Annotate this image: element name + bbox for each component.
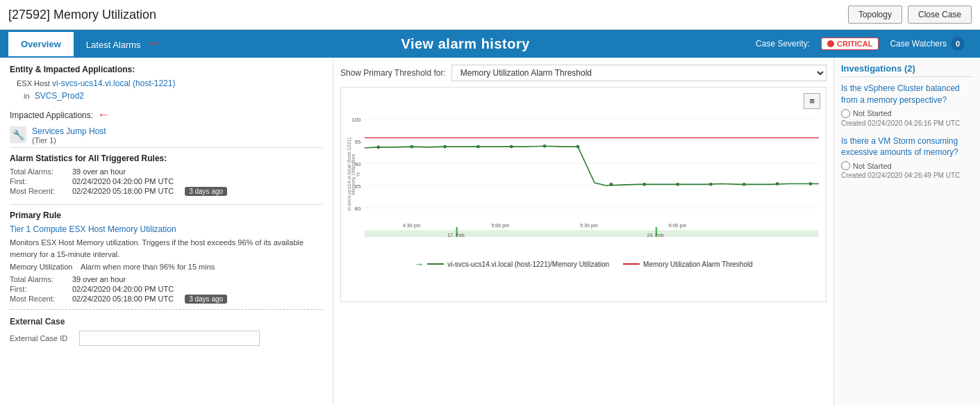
topology-button[interactable]: Topology — [848, 6, 902, 24]
legend-item-threshold: Memory Utilization Alarm Threshold — [623, 261, 753, 268]
app-link[interactable]: Services Jump Host — [32, 126, 106, 136]
esx-host-row: ESX Host vi-svcs-ucs14.vi.local (host-12… — [17, 78, 323, 88]
svg-text:17. Feb: 17. Feb — [447, 233, 464, 238]
investigation-link-1[interactable]: Is there a VM Storm consuming excessive … — [841, 135, 973, 159]
svg-point-25 — [609, 183, 613, 186]
impacted-apps-row: Impacted Applications: ← — [10, 108, 323, 122]
ext-case-id-label: External Case ID — [10, 334, 72, 342]
svg-rect-32 — [365, 231, 819, 238]
inv-radio-input-1[interactable] — [841, 161, 850, 170]
chart-svg: 100 95 90 85 80 vi-svcs-ucs14.vi.local (… — [345, 94, 822, 254]
latest-alarms-arrow: ← — [147, 34, 163, 51]
days-ago-badge2: 3 days ago — [185, 295, 227, 304]
inv-date-1: Created 02/24/2020 04:26:49 PM UTC — [841, 172, 973, 179]
svcs-link[interactable]: SVCS_Prod2 — [35, 91, 84, 101]
most-recent-row: Most Recent: 02/24/2020 05:18:00 PM UTC … — [10, 187, 323, 196]
impacted-app-item: 🔧 Services Jump Host (Tier 1) — [10, 126, 323, 144]
rule-stats: Total Alarms: 39 over an hour First: 02/… — [10, 275, 323, 304]
right-panel: Investigations (2) Is the vSphere Cluste… — [834, 58, 980, 405]
svg-point-28 — [709, 183, 713, 186]
severity-value: CRITICAL — [837, 40, 872, 48]
svg-point-27 — [676, 183, 679, 186]
total-alarms-row: Total Alarms: 39 over an hour — [10, 167, 323, 176]
primary-rule-link[interactable]: Tier 1 Compute ESX Host Memory Utilizati… — [10, 224, 176, 234]
svg-point-18 — [376, 146, 380, 149]
tab-overview[interactable]: Overview — [8, 32, 74, 56]
total-alarms-row2: Total Alarms: 39 over an hour — [10, 275, 323, 283]
svg-point-21 — [476, 145, 480, 149]
arrow-left-legend-icon: → — [414, 258, 424, 270]
entity-block: Entity & Impacted Applications: ESX Host… — [10, 65, 323, 101]
svg-point-22 — [510, 145, 513, 149]
legend-utilization-label: vi-svcs-ucs14.vi.local (host-1221)/Memor… — [447, 261, 609, 268]
svg-text:%: % — [356, 172, 361, 176]
svg-text:100: 100 — [351, 117, 361, 123]
case-info: Case Severity: CRITICAL Case Watchers 0 — [756, 37, 965, 51]
ext-case-id-input[interactable] — [79, 331, 260, 346]
watchers-label: Case Watchers — [890, 39, 947, 49]
investigation-item-0: Is the vSphere Cluster balanced from a m… — [841, 83, 973, 127]
investigation-link-0[interactable]: Is the vSphere Cluster balanced from a m… — [841, 83, 973, 106]
tab-bar: Overview Latest Alarms ← View alarm hist… — [0, 30, 980, 58]
svg-text:6:00 pm: 6:00 pm — [669, 223, 687, 229]
app-icon: 🔧 — [10, 126, 26, 143]
svg-text:5:30 pm: 5:30 pm — [580, 223, 598, 229]
svg-point-26 — [642, 183, 646, 186]
inv-radio-1: Not Started — [841, 161, 973, 170]
chart-menu-button[interactable]: ≡ — [804, 93, 820, 109]
svcs-row: in SVCS_Prod2 — [24, 91, 323, 101]
inv-radio-input-0[interactable] — [841, 109, 850, 118]
chart-container: ≡ 100 95 90 85 80 vi-svcs-ucs14.vi.local… — [340, 87, 827, 302]
app-tier: (Tier 1) — [32, 136, 106, 144]
entity-section-title: Entity & Impacted Applications: — [10, 65, 323, 74]
rule-description: Monitors ESX Host Memory utilization. Tr… — [10, 237, 323, 260]
days-ago-badge: 3 days ago — [185, 187, 227, 196]
esx-host-link[interactable]: vi-svcs-ucs14.vi.local (host-1221) — [52, 78, 175, 88]
left-panel: Entity & Impacted Applications: ESX Host… — [0, 58, 333, 405]
primary-rule-section: Primary Rule Tier 1 Compute ESX Host Mem… — [10, 204, 323, 304]
impacted-arrow-icon: ← — [97, 108, 110, 122]
threshold-bar: Show Primary Threshold for: Memory Utili… — [340, 65, 827, 81]
center-panel: Show Primary Threshold for: Memory Utili… — [333, 58, 834, 405]
first-alarm-row2: First: 02/24/2020 04:20:00 PM UTC — [10, 285, 323, 293]
svg-point-29 — [742, 183, 746, 186]
svg-point-31 — [809, 182, 813, 185]
tab-latest-alarms[interactable]: Latest Alarms ← — [74, 27, 175, 61]
primary-rule-title: Primary Rule — [10, 210, 323, 220]
app-info: Services Jump Host (Tier 1) — [32, 126, 106, 144]
inv-date-0: Created 02/24/2020 04:26:16 PM UTC — [841, 119, 973, 127]
investigations-title: Investigations (2) — [841, 63, 973, 77]
chart-legend: → vi-svcs-ucs14.vi.local (host-1221)/Mem… — [345, 258, 822, 270]
main-layout: Entity & Impacted Applications: ESX Host… — [0, 58, 980, 405]
svg-point-24 — [576, 145, 580, 149]
legend-green-line — [427, 263, 444, 265]
inv-radio-0: Not Started — [841, 109, 973, 118]
external-case-id-field: External Case ID — [10, 331, 323, 346]
threshold-select[interactable]: Memory Utilization Alarm Threshold — [451, 65, 827, 81]
most-recent-row2: Most Recent: 02/24/2020 05:18:00 PM UTC … — [10, 295, 323, 304]
alarm-stats-title: Alarm Statistics for All Triggered Rules… — [10, 154, 323, 163]
watchers-count: 0 — [951, 37, 965, 51]
legend-item-utilization: → vi-svcs-ucs14.vi.local (host-1221)/Mem… — [414, 258, 609, 270]
legend-red-line — [623, 263, 640, 265]
header-buttons: Topology Close Case — [848, 6, 972, 24]
svg-point-19 — [410, 145, 413, 149]
impacted-apps-label: Impacted Applications: — [10, 110, 93, 120]
legend-threshold-label: Memory Utilization Alarm Threshold — [643, 261, 753, 268]
view-alarm-history-label: View alarm history — [175, 36, 756, 52]
external-case-section: External Case External Case ID — [10, 309, 323, 346]
mem-util-row: Memory Utilization Alarm when more than … — [10, 263, 323, 271]
investigation-item-1: Is there a VM Storm consuming excessive … — [841, 135, 973, 180]
threshold-show-label: Show Primary Threshold for: — [340, 68, 446, 78]
alarm-stats-section: Alarm Statistics for All Triggered Rules… — [10, 147, 323, 196]
severity-dot-icon — [827, 40, 834, 47]
svg-text:95: 95 — [354, 139, 360, 145]
severity-badge: CRITICAL — [821, 38, 879, 50]
page-header: [27592] Memory Utilization Topology Clos… — [0, 0, 980, 30]
close-case-button[interactable]: Close Case — [908, 6, 972, 24]
svg-point-20 — [443, 145, 447, 149]
case-watchers: Case Watchers 0 — [890, 37, 965, 51]
svg-point-23 — [543, 144, 547, 148]
svg-text:80: 80 — [354, 206, 360, 212]
svg-text:4:30 pm: 4:30 pm — [403, 223, 421, 229]
